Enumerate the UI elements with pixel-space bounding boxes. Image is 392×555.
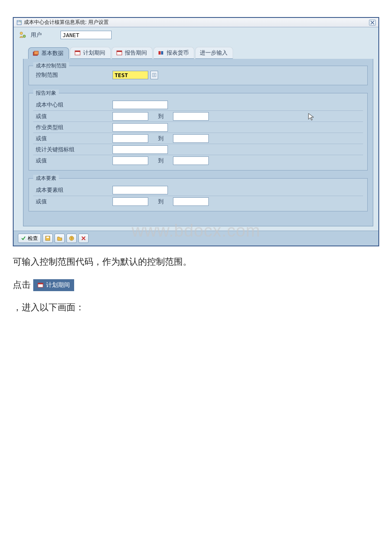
svg-rect-10 <box>161 51 163 55</box>
cancel-button[interactable] <box>78 234 89 243</box>
tabstrip: 基本数据 计划期间 报告期间 报表货币 进一步输入 <box>19 47 373 59</box>
group-title: 成本要素 <box>33 175 59 182</box>
svg-rect-13 <box>46 237 49 238</box>
cursor-icon <box>308 113 314 123</box>
cost-element-from-input[interactable] <box>112 197 148 206</box>
activity-to-input[interactable] <box>173 134 209 143</box>
user-input[interactable] <box>61 31 112 39</box>
tab-label: 计划期间 <box>83 49 105 57</box>
group-cost-element: 成本要素 成本要素组 或值到 <box>29 178 368 211</box>
currency-icon <box>158 50 164 55</box>
tab-basic-data[interactable]: 基本数据 <box>28 47 69 59</box>
close-button[interactable] <box>369 20 376 26</box>
window-icon <box>16 20 22 26</box>
svg-rect-17 <box>38 283 43 284</box>
to-label: 到 <box>151 135 170 142</box>
svg-rect-6 <box>75 51 80 52</box>
svg-point-2 <box>23 35 26 38</box>
tab-report-period[interactable]: 报告期间 <box>112 47 153 59</box>
tab-panel: 成本控制范围 控制范围 报告对象 成本中心组 或值到 作业类型组 或值到 统计关… <box>23 59 373 226</box>
field-label: 或值 <box>33 113 110 120</box>
svg-rect-9 <box>159 51 161 55</box>
inline-tab-plan-period: 计划期间 <box>33 279 74 291</box>
control-area-input[interactable] <box>112 71 148 79</box>
calendar-icon <box>37 283 43 288</box>
titlebar: 成本中心会计核算信息系统: 用户设置 <box>14 18 378 27</box>
field-label-control-area: 控制范围 <box>33 71 110 79</box>
tab-plan-period[interactable]: 计划期间 <box>70 47 111 59</box>
sap-dialog: 成本中心会计核算信息系统: 用户设置 用户 基本数据 计划 <box>13 17 379 246</box>
doc-line2-prefix: 点击 <box>13 280 31 289</box>
doc-line2: 点击 计划期间 <box>13 277 379 292</box>
to-label: 到 <box>151 113 170 120</box>
calendar-icon <box>116 50 122 55</box>
field-label: 或值 <box>33 157 110 165</box>
cost-center-from-input[interactable] <box>112 112 148 121</box>
tab-label: 报表货币 <box>167 49 189 57</box>
user-row: 用户 <box>19 31 373 39</box>
svg-text:?: ? <box>71 237 73 240</box>
doc-line3: ，进入以下画面： <box>13 300 379 315</box>
group-report-object: 报告对象 成本中心组 或值到 作业类型组 或值到 统计关键指标组 或值到 <box>29 93 368 171</box>
save-button[interactable] <box>43 234 53 243</box>
group-control-area: 成本控制范围 控制范围 <box>29 66 368 85</box>
calendar-icon <box>75 50 81 55</box>
group-title: 报告对象 <box>33 90 59 97</box>
open-button[interactable] <box>55 234 65 243</box>
activity-from-input[interactable] <box>112 134 148 143</box>
tab-report-currency[interactable]: 报表货币 <box>153 47 194 59</box>
activity-type-group-input[interactable] <box>112 123 168 132</box>
cost-center-group-input[interactable] <box>112 101 168 109</box>
user-label: 用户 <box>31 31 56 39</box>
check-label: 检查 <box>28 235 38 242</box>
tab-label: 进一步输入 <box>200 49 228 57</box>
svg-rect-4 <box>34 51 38 55</box>
stat-key-to-input[interactable] <box>173 156 209 165</box>
cost-center-to-input[interactable] <box>173 112 209 121</box>
svg-rect-0 <box>17 20 21 25</box>
check-button[interactable]: 检查 <box>18 234 41 243</box>
svg-rect-8 <box>117 51 122 52</box>
group-title: 成本控制范围 <box>33 62 69 69</box>
cost-element-group-input[interactable] <box>112 186 168 194</box>
tab-further-input[interactable]: 进一步输入 <box>195 47 233 59</box>
window-title: 成本中心会计核算信息系统: 用户设置 <box>24 19 369 26</box>
svg-point-1 <box>20 32 23 35</box>
search-help-button[interactable] <box>150 71 158 79</box>
to-label: 到 <box>151 198 170 205</box>
user-icon <box>19 31 26 39</box>
tab-label: 报告期间 <box>125 49 147 57</box>
bottom-toolbar: 检查 ? <box>14 231 378 246</box>
field-label: 或值 <box>33 135 110 142</box>
field-label: 成本中心组 <box>33 101 110 109</box>
cost-element-to-input[interactable] <box>173 197 209 206</box>
tab-label: 基本数据 <box>41 49 63 57</box>
inline-tab-label: 计划期间 <box>46 280 70 290</box>
field-label: 或值 <box>33 198 110 205</box>
doc-line1: 可输入控制范围代码，作为默认的控制范围。 <box>13 254 379 269</box>
stat-key-group-input[interactable] <box>112 145 168 154</box>
basic-data-icon <box>33 51 39 56</box>
field-label: 成本要素组 <box>33 186 110 194</box>
help-button[interactable]: ? <box>66 234 77 243</box>
to-label: 到 <box>151 157 170 165</box>
field-label: 统计关键指标组 <box>33 146 110 153</box>
field-label: 作业类型组 <box>33 124 110 131</box>
stat-key-from-input[interactable] <box>112 156 148 165</box>
